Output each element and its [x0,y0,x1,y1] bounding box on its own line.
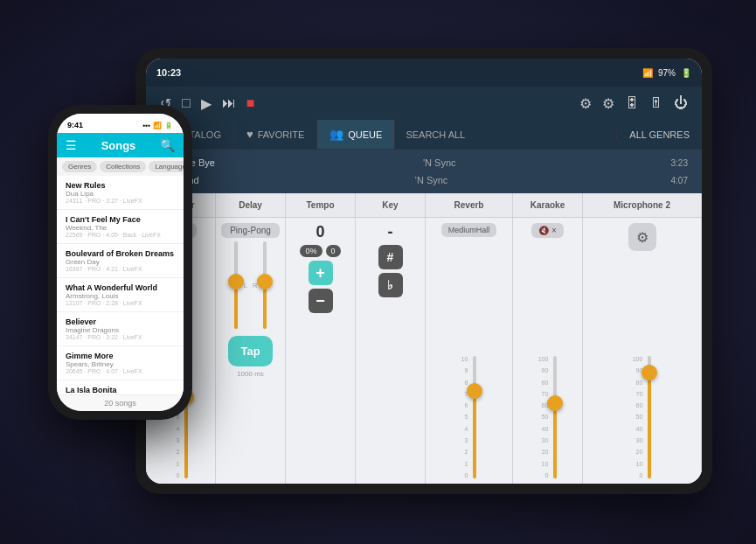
song-meta: 20645 · PRO · 4:07 · LiveFX [66,368,175,374]
record-button[interactable]: ■ [246,95,255,111]
phone-title: Songs [101,139,136,152]
list-item[interactable]: I Can't Feel My Face Weeknd, The 22569 ·… [57,210,184,244]
karaoke-scale: 1009080706050403020100 [538,356,551,478]
list-item[interactable]: La Isla Bonita Madonna 12127 · PRO · 3:3… [57,380,184,394]
key-sharp-button[interactable]: # [378,245,403,269]
song-meta: 34147 · PRO · 3:22 · LiveFX [66,334,175,340]
phone-notch-bar: 9:41 ▪▪▪ 📶 🔋 [57,114,184,133]
genre-filter[interactable]: ALL GENRES [616,129,702,140]
tablet: 10:23 📶 97% 🔋 ↺ □ ▶ ⏭ ■ ⚙ ⚙ 🎛 🎚 ⏻ [135,48,712,494]
song-artist: Dua Lipa [66,190,175,198]
tap-ms-label: 1000 ms [237,370,264,378]
tab-favorite-label: FAVORITE [258,129,305,140]
mixer: Master Delay Tempo Key Reverb Karaoke Mi… [146,193,702,484]
phone-search-icon[interactable]: 🔍 [160,138,175,152]
song-meta: 12107 · PRO · 2:28 · LiveFX [66,300,175,306]
tab-queue-label: QUEUE [348,129,382,140]
karaoke-slider-track[interactable] [553,356,557,478]
tap-button[interactable]: Tap [228,336,272,366]
filter-collections[interactable]: Collections [100,161,146,172]
song-title: New Rules [66,181,175,190]
phone-filter-bar: Genres Collections Languages Recently su… [57,157,184,176]
col-header-delay: Delay [216,193,286,217]
queue-icon: 👥 [329,128,343,141]
tempo-controls: + − [309,261,333,313]
phone-screen: 9:41 ▪▪▪ 📶 🔋 ☰ Songs 🔍 Genres Collection… [57,114,184,411]
hamburger-icon[interactable]: ☰ [66,138,77,152]
song-row-1[interactable]: Bye Bye Bye 'N Sync 3:23 [146,154,702,171]
tab-favorite[interactable]: ♥ FAVORITE [234,120,317,149]
col-header-mic2: Microphone 2 [583,193,702,217]
key-value: - [388,223,393,241]
mic2-settings-button[interactable]: ⚙ [628,223,656,251]
song-title: Believer [66,317,175,326]
phone: 9:41 ▪▪▪ 📶 🔋 ☰ Songs 🔍 Genres Collection… [48,105,192,420]
song-title: La Isla Bonita [66,386,175,394]
tempo-pct-0b-button[interactable]: 0 [326,245,341,257]
song-performer-1: 'N Sync [423,157,456,168]
tablet-toolbar: ↺ □ ▶ ⏭ ■ ⚙ ⚙ 🎛 🎚 ⏻ [146,87,702,120]
reverb-slider-thumb[interactable] [467,383,482,399]
delay-controls: L R Tap 1000 ms [219,241,281,378]
wifi-icon: 📶 [642,68,653,78]
list-item[interactable]: Gimme More Spears, Britney 20645 · PRO ·… [57,346,184,380]
list-item[interactable]: New Rules Dua Lipa 24311 · PRO · 3:27 · … [57,176,184,210]
filter-genres[interactable]: Genres [62,161,97,172]
song-title: Boulevard of Broken Dreams [66,249,175,258]
phone-status: ▪▪▪ 📶 🔋 [142,122,173,129]
tab-queue[interactable]: 👥 QUEUE [317,120,395,149]
battery-label: 97% [658,68,676,78]
phone-header: ☰ Songs 🔍 [57,133,184,157]
karaoke-mute-button[interactable]: 🔇 × [531,223,564,238]
list-item[interactable]: Believer Imagine Dragons 34147 · PRO · 3… [57,312,184,346]
song-row-2[interactable]: Girlfriend 'N Sync 4:07 [146,171,702,189]
ping-pong-button[interactable]: Ping-Pong [221,223,280,238]
tablet-song-list: Bye Bye Bye 'N Sync 3:23 Girlfriend 'N S… [146,150,702,193]
song-artist: Green Day [66,258,175,266]
favorite-icon: ♥ [246,128,253,141]
stop-button[interactable]: □ [182,95,191,111]
reverb-slider-track[interactable] [473,356,476,478]
list-item[interactable]: What A Wonderful World Armstrong, Louis … [57,278,184,312]
settings2-icon[interactable]: ⚙ [602,95,614,112]
mic2-slider-container: 1009080706050403020100 [586,251,697,478]
song-meta: 16387 · PRO · 4:21 · LiveFX [66,266,175,272]
phone-battery-icon: 🔋 [164,122,173,129]
battery-icon: 🔋 [681,68,691,78]
settings-icon[interactable]: ⚙ [579,95,592,112]
mic2-slider-thumb[interactable] [642,365,657,380]
song-performer-2: 'N Sync [415,175,448,185]
filter-languages[interactable]: Languages [149,161,184,172]
list-item[interactable]: Boulevard of Broken Dreams Green Day 163… [57,244,184,278]
song-artist: Spears, Britney [66,360,175,368]
phone-wifi-icon: 📶 [153,122,162,129]
delay-thumb-right[interactable] [257,274,273,289]
tempo-value: 0 [316,223,324,241]
reverb-preset-button[interactable]: MediumHall [441,223,497,237]
skip-button[interactable]: ⏭ [222,95,236,111]
toolbar-right: ⚙ ⚙ 🎛 🎚 ⏻ [579,95,688,112]
tempo-pct-buttons: 0% 0 [300,245,340,257]
delay-thumb-left[interactable] [228,274,244,289]
tablet-nav: 📁 CATALOG ♥ FAVORITE 👥 QUEUE SEARCH ALL … [146,120,702,150]
karaoke-slider-thumb[interactable] [547,395,563,411]
tempo-minus-button[interactable]: − [309,289,333,313]
equalizer-icon[interactable]: 🎚 [649,95,663,111]
tablet-time: 10:23 [156,67,181,78]
key-flat-button[interactable]: ♭ [378,273,403,297]
key-controls: # ♭ [378,245,403,297]
mixer-col-key: - # ♭ [356,218,426,484]
play-button[interactable]: ▶ [201,95,212,112]
power-icon[interactable]: ⏻ [674,95,688,111]
mixer-col-mic2: ⚙ 1009080706050403020100 [583,218,702,484]
song-time-1: 3:23 [671,158,688,168]
tempo-pct-0-button[interactable]: 0% [300,245,322,257]
phone-footer: 20 songs [57,394,184,411]
mixer-body: 🔇 × 109876543210 [146,218,702,484]
search-area[interactable]: SEARCH ALL [395,129,616,140]
phone-header-icons: 🔍 [160,138,175,152]
tempo-plus-button[interactable]: + [309,261,333,285]
mixer-icon[interactable]: 🎛 [625,95,639,111]
phone-song-count: 20 songs [104,399,136,408]
song-meta: 22569 · PRO · 4:05 · Back · LiveFX [66,232,175,238]
